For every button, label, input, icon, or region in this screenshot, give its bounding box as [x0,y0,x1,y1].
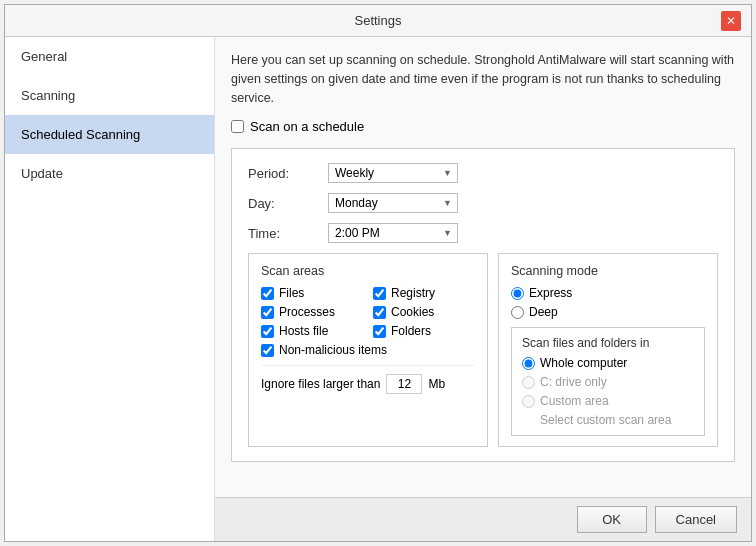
deep-radio[interactable] [511,306,524,319]
day-row: Day: Monday Tuesday Wednesday Thursday F… [248,193,718,213]
custom-area-radio[interactable] [522,395,535,408]
radio-custom-area: Custom area [522,394,694,408]
files-checkbox[interactable] [261,287,274,300]
sidebar-item-scheduled-scanning[interactable]: Scheduled Scanning [5,115,214,154]
bottom-bar: OK Cancel [215,497,751,541]
scan-areas-grid: Files Registry Processes [261,286,475,357]
ignore-row: Ignore files larger than Mb [261,365,475,394]
checkbox-non-malicious: Non-malicious items [261,343,475,357]
radio-whole-computer: Whole computer [522,356,694,370]
period-row: Period: Weekly Daily Monthly [248,163,718,183]
sidebar-item-general[interactable]: General [5,37,214,76]
radio-c-drive: C: drive only [522,375,694,389]
processes-checkbox[interactable] [261,306,274,319]
day-select[interactable]: Monday Tuesday Wednesday Thursday Friday… [328,193,458,213]
scan-on-schedule-row: Scan on a schedule [231,119,735,134]
ok-button[interactable]: OK [577,506,647,533]
scanning-mode-box: Scanning mode Express Deep Scan files an… [498,253,718,447]
scanning-mode-title: Scanning mode [511,264,705,278]
cookies-checkbox[interactable] [373,306,386,319]
radio-express: Express [511,286,705,300]
non-malicious-checkbox[interactable] [261,344,274,357]
day-label: Day: [248,196,328,211]
period-label: Period: [248,166,328,181]
express-radio[interactable] [511,287,524,300]
scan-on-schedule-checkbox[interactable] [231,120,244,133]
settings-window: Settings ✕ General Scanning Scheduled Sc… [4,4,752,542]
main-content: Here you can set up scanning on schedule… [215,37,751,497]
scan-files-box: Scan files and folders in Whole computer… [511,327,705,436]
checkbox-files: Files [261,286,363,300]
window-title: Settings [35,13,721,28]
time-select-wrapper: 2:00 PM 12:00 AM 6:00 AM 8:00 AM 12:00 P… [328,223,458,243]
scan-on-schedule-label[interactable]: Scan on a schedule [250,119,364,134]
radio-deep: Deep [511,305,705,319]
scan-areas-title: Scan areas [261,264,475,278]
sidebar: General Scanning Scheduled Scanning Upda… [5,37,215,541]
cancel-button[interactable]: Cancel [655,506,737,533]
select-custom-area-link[interactable]: Select custom scan area [522,413,694,427]
checkbox-processes: Processes [261,305,363,319]
checkbox-registry: Registry [373,286,475,300]
checkbox-folders: Folders [373,324,475,338]
period-select[interactable]: Weekly Daily Monthly [328,163,458,183]
close-button[interactable]: ✕ [721,11,741,31]
description-text: Here you can set up scanning on schedule… [231,51,735,107]
content-area: General Scanning Scheduled Scanning Upda… [5,37,751,541]
schedule-box: Period: Weekly Daily Monthly Day: [231,148,735,462]
c-drive-radio[interactable] [522,376,535,389]
day-select-wrapper: Monday Tuesday Wednesday Thursday Friday… [328,193,458,213]
sidebar-item-update[interactable]: Update [5,154,214,193]
title-bar: Settings ✕ [5,5,751,37]
main-panel: Here you can set up scanning on schedule… [215,37,751,541]
ignore-unit: Mb [428,377,445,391]
hosts-file-checkbox[interactable] [261,325,274,338]
registry-checkbox[interactable] [373,287,386,300]
two-panels: Scan areas Files Registry [248,253,718,447]
time-select[interactable]: 2:00 PM 12:00 AM 6:00 AM 8:00 AM 12:00 P… [328,223,458,243]
checkbox-cookies: Cookies [373,305,475,319]
scan-files-title: Scan files and folders in [522,336,694,350]
sidebar-item-scanning[interactable]: Scanning [5,76,214,115]
time-row: Time: 2:00 PM 12:00 AM 6:00 AM 8:00 AM 1… [248,223,718,243]
folders-checkbox[interactable] [373,325,386,338]
scan-areas-box: Scan areas Files Registry [248,253,488,447]
ignore-label: Ignore files larger than [261,377,380,391]
ignore-size-input[interactable] [386,374,422,394]
whole-computer-radio[interactable] [522,357,535,370]
time-label: Time: [248,226,328,241]
period-select-wrapper: Weekly Daily Monthly [328,163,458,183]
checkbox-hosts-file: Hosts file [261,324,363,338]
